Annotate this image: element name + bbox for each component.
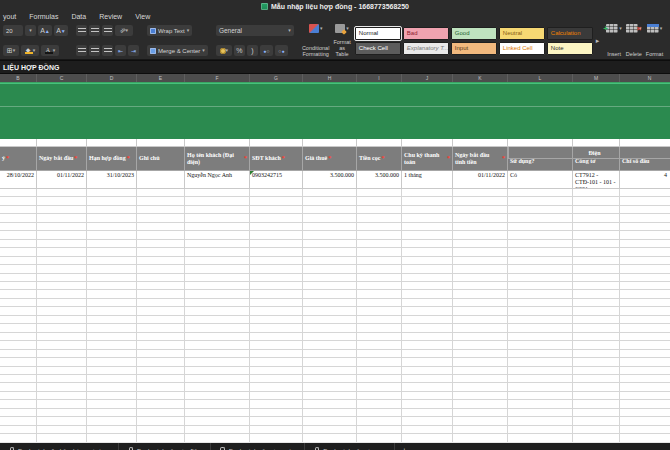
style-chip-input[interactable]: Input (451, 42, 497, 55)
style-chip-explanatory-t-[interactable]: Explanatory T... (403, 42, 449, 55)
blank-cell-F[interactable] (185, 139, 250, 147)
data-cell-H[interactable]: 3.500.000 (303, 171, 357, 189)
number-format-dropdown[interactable]: General▾ (216, 25, 294, 36)
data-cell-L[interactable]: Có (508, 171, 573, 189)
blank-cell-E[interactable] (137, 139, 185, 147)
grid-row[interactable] (0, 341, 670, 349)
conditional-formatting-button[interactable]: ▾ ConditionalFormatting (300, 23, 332, 58)
accounting-format-icon[interactable]: ▾ (216, 45, 232, 56)
increase-font-icon[interactable]: A▲ (38, 25, 52, 36)
column-letter-H[interactable]: H (303, 74, 357, 82)
style-chip-good[interactable]: Good (451, 27, 497, 40)
menu-item-data[interactable]: Data (71, 13, 86, 20)
column-letter-L[interactable]: L (508, 74, 573, 82)
blank-cell-H[interactable] (303, 139, 357, 147)
data-cell-J[interactable]: 1 tháng (402, 171, 453, 189)
grid-row[interactable] (0, 265, 670, 273)
header-cell-B[interactable]: ý* (0, 147, 37, 171)
wrap-text-button[interactable]: Wrap Text▾ (147, 25, 192, 36)
column-letter-I[interactable]: I (357, 74, 402, 82)
header-cell-E[interactable]: Ghi chú (137, 147, 185, 171)
align-center-icon[interactable] (89, 45, 100, 56)
format-as-table-button[interactable]: ▾ Formatas Table (331, 23, 352, 58)
grid-row[interactable] (0, 426, 670, 434)
data-cell-M[interactable]: CT7912 - CTĐ-101 - 101 - C001 (573, 171, 620, 189)
header-cell-G[interactable]: SĐT khách* (250, 147, 303, 171)
style-chip-neutral[interactable]: Neutral (499, 27, 545, 40)
data-cell-F[interactable]: Nguyễn Ngọc Anh (185, 171, 250, 189)
grid-row[interactable] (0, 299, 670, 307)
column-letter-C[interactable]: C (37, 74, 87, 82)
menu-item-review[interactable]: Review (99, 13, 122, 20)
style-chip-bad[interactable]: Bad (403, 27, 449, 40)
data-cell-E[interactable] (137, 171, 185, 189)
add-sheet-button[interactable]: + (395, 443, 413, 450)
grid-row[interactable] (0, 206, 670, 214)
align-right-icon[interactable] (102, 45, 113, 56)
align-middle-icon[interactable] (89, 25, 100, 36)
style-chip-note[interactable]: Note (547, 42, 593, 55)
increase-indent-icon[interactable]: ⇥ (128, 45, 139, 56)
title-banner-cell[interactable] (0, 83, 670, 139)
data-cell-D[interactable]: 31/10/2023 (87, 171, 137, 189)
column-letter-B[interactable]: B (0, 74, 37, 82)
grid-row[interactable] (0, 223, 670, 231)
insert-cells-button[interactable]: +▾ Insert (604, 23, 624, 58)
sheet-tab-3[interactable]: Danh sách công tơ nước (211, 443, 306, 450)
grid-row[interactable] (0, 316, 670, 324)
merge-center-button[interactable]: Merge & Center▾ (147, 45, 208, 56)
data-cell-B[interactable]: 28/10/2022 (0, 171, 37, 189)
grid-row[interactable] (0, 367, 670, 375)
column-letter-J[interactable]: J (402, 74, 453, 82)
sheet-tab-4[interactable]: Danh sách công tơ gas (305, 443, 395, 450)
grid-row[interactable] (0, 417, 670, 425)
grid-row[interactable] (0, 392, 670, 400)
grid-row[interactable] (0, 434, 670, 442)
grid-row[interactable] (0, 248, 670, 256)
increase-decimal-icon[interactable]: ●○ (260, 45, 273, 56)
header-cell-K[interactable]: Ngày bắt đầu tính tiền* (453, 147, 508, 171)
grid-row[interactable] (0, 231, 670, 239)
align-top-icon[interactable] (76, 25, 87, 36)
grid-row[interactable] (0, 307, 670, 315)
column-letter-N[interactable]: N (620, 74, 670, 82)
data-cell-K[interactable]: 01/11/2022 (453, 171, 508, 189)
menu-item-formulas[interactable]: Formulas (29, 13, 58, 20)
blank-cell-J[interactable] (402, 139, 453, 147)
grid-row[interactable] (0, 257, 670, 265)
column-letter-E[interactable]: E (137, 74, 185, 82)
data-cell-I[interactable]: 3.500.000 (357, 171, 402, 189)
fill-color-icon[interactable]: ◆▾ (21, 45, 39, 56)
data-cell-C[interactable]: 01/11/2022 (37, 171, 87, 189)
styles-gallery-expand-icon[interactable]: ▸ (595, 23, 601, 58)
grid-row[interactable] (0, 383, 670, 391)
format-cells-button[interactable]: ▾ Format (644, 23, 665, 58)
blank-cell-N[interactable] (620, 139, 670, 147)
align-left-icon[interactable] (76, 45, 87, 56)
header-cell-F[interactable]: Họ tên khách (Đại diện)* (185, 147, 250, 171)
blank-cell-M[interactable] (573, 139, 620, 147)
blank-cell-B[interactable] (0, 139, 37, 147)
font-size-dropdown-icon[interactable]: ▾ (25, 25, 36, 36)
grid-row[interactable] (0, 358, 670, 366)
header-cell-J[interactable]: Chu kỳ thanh toán* (402, 147, 453, 171)
grid-row[interactable] (0, 333, 670, 341)
menu-item-layout[interactable]: yout (3, 13, 16, 20)
grid-row[interactable] (0, 400, 670, 408)
column-letter-G[interactable]: G (250, 74, 303, 82)
delete-cells-button[interactable]: ×▾ Delete (624, 23, 644, 58)
style-chip-check-cell[interactable]: Check Cell (355, 42, 401, 55)
grid-row[interactable] (0, 290, 670, 298)
percent-format-icon[interactable]: % (234, 45, 245, 56)
style-chip-calculation[interactable]: Calculation (547, 27, 593, 40)
formula-bar[interactable]: LIỆU HỢP ĐỒNG (0, 60, 670, 74)
sheet-tab-2[interactable]: Danh sách công tơ điện (119, 443, 211, 450)
menu-item-view[interactable]: View (135, 13, 150, 20)
grid-row[interactable] (0, 324, 670, 332)
header-cell-I[interactable]: Tiền cọc* (357, 147, 402, 171)
blank-cell-I[interactable] (357, 139, 402, 147)
grid-row[interactable] (0, 282, 670, 290)
font-color-icon[interactable]: A▾ (41, 45, 59, 56)
blank-cell-D[interactable] (87, 139, 137, 147)
font-size-input[interactable]: 20 (3, 25, 23, 36)
